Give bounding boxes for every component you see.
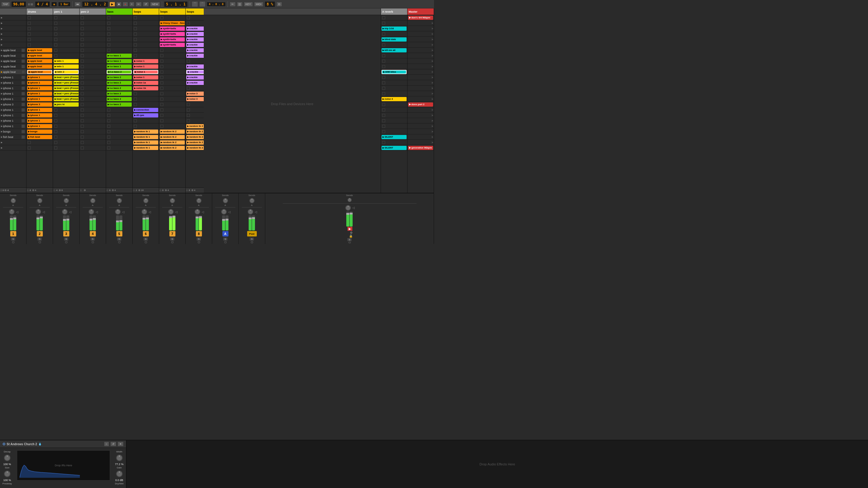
clip-slot[interactable]: ▶noise 1 <box>133 64 159 69</box>
solo-button[interactable]: S <box>144 237 148 241</box>
channel-dot[interactable] <box>251 241 253 243</box>
clip-slot[interactable] <box>186 21 204 26</box>
master-clip-slot[interactable]: ▶dons part 2 <box>407 102 434 107</box>
clip-play-icon[interactable]: ▶ <box>134 141 135 144</box>
clip-play-icon[interactable]: ▶ <box>107 60 109 62</box>
clip-play-icon[interactable]: ▶ <box>187 65 189 68</box>
clip-slot[interactable] <box>381 15 407 21</box>
clip-slot[interactable] <box>80 86 106 91</box>
back-button[interactable]: ⏮ <box>74 2 81 7</box>
master-clip-slot[interactable]: > <box>407 42 434 47</box>
clip-slot[interactable]: ▶noise 3 <box>186 91 204 96</box>
clip-slot[interactable] <box>106 26 132 31</box>
clip-slot[interactable]: ▶random tk 1 <box>133 129 159 134</box>
master-clip-slot[interactable]: > <box>407 140 434 145</box>
clip-play-icon[interactable]: ▶ <box>55 93 56 95</box>
sends-knob[interactable] <box>10 197 17 204</box>
clip-play-icon[interactable]: ▶ <box>161 147 162 149</box>
clip-play-icon[interactable]: ▶ <box>383 71 384 73</box>
master-dot[interactable] <box>348 241 351 243</box>
channel-tri-btn[interactable]: ◁ <box>255 210 257 214</box>
fader-0[interactable] <box>249 216 252 230</box>
clip-slot[interactable] <box>381 75 407 80</box>
clip-play-icon[interactable]: ▶ <box>28 130 30 133</box>
clip-slot[interactable] <box>27 15 53 21</box>
track-play-icon[interactable]: ▶ <box>1 136 2 138</box>
clip-slot[interactable]: ▶beat + perc (Freeze) <box>53 75 79 80</box>
master-clip-slot[interactable]: > <box>407 129 434 134</box>
clip-slot[interactable] <box>80 124 106 129</box>
master-clip-slot[interactable]: ▶generative 96bpm <box>407 145 434 151</box>
clip-play-icon[interactable]: ▶ <box>28 136 30 138</box>
fader-thumb[interactable] <box>249 218 252 219</box>
clip-slot[interactable] <box>133 42 159 47</box>
fader-0[interactable] <box>90 216 93 230</box>
fader-thumb[interactable] <box>169 216 172 218</box>
solo-button[interactable]: S <box>196 237 201 241</box>
clip-slot[interactable] <box>159 86 185 91</box>
clip-play-icon[interactable]: ▶ <box>28 49 30 52</box>
clip-play-icon[interactable]: ▶ <box>382 38 384 41</box>
sends-knob[interactable] <box>63 197 70 204</box>
clip-slot[interactable] <box>80 75 106 80</box>
clip-play-icon[interactable]: ▶ <box>107 93 109 95</box>
fader-1[interactable] <box>119 216 122 230</box>
clip-slot[interactable] <box>80 15 106 21</box>
clip-slot[interactable]: ▶t-o bass 2 <box>106 69 132 75</box>
clip-slot[interactable]: ▶latin 1 <box>53 59 79 64</box>
clip-slot[interactable] <box>186 118 204 124</box>
clip-play-icon[interactable]: ▶ <box>161 130 162 133</box>
track-play-icon[interactable]: ▶ <box>1 65 2 68</box>
clip-slot[interactable]: ▶iphone 1 <box>27 91 53 96</box>
clip-slot[interactable] <box>53 129 79 134</box>
sends-knob[interactable] <box>116 197 123 204</box>
clip-slot[interactable] <box>159 113 185 118</box>
clip-slot[interactable]: ▶perc hi <box>53 102 79 107</box>
clip-play-icon[interactable]: ▶ <box>107 103 109 106</box>
channel-dot[interactable] <box>224 241 227 243</box>
clip-slot[interactable] <box>186 15 204 21</box>
channel-tri-btn[interactable]: ◁ <box>228 210 230 214</box>
fader-thumb[interactable] <box>36 218 39 219</box>
clip-play-icon[interactable]: ▶ <box>28 120 30 122</box>
clip-slot[interactable] <box>80 145 106 151</box>
clip-slot[interactable] <box>106 134 132 140</box>
clip-slot[interactable] <box>80 96 106 102</box>
clip-slot[interactable] <box>159 47 185 53</box>
channel-number[interactable]: 4 <box>90 231 96 236</box>
clip-play-icon[interactable]: ▶ <box>134 65 135 68</box>
clip-slot[interactable]: ▶45 rpm <box>133 113 159 118</box>
clip-slot[interactable]: ▶crackle <box>186 53 204 59</box>
fader-0[interactable] <box>143 216 146 230</box>
clip-slot[interactable] <box>159 96 185 102</box>
clip-play-icon[interactable]: ▶ <box>187 76 189 78</box>
record-button[interactable]: ● <box>123 2 128 7</box>
clip-slot[interactable]: ▶random tk 2 <box>159 140 185 145</box>
pos-main-display[interactable]: 5 . 1 . 1 <box>164 1 188 7</box>
track-sq-btn[interactable] <box>22 54 25 58</box>
clip-play-icon[interactable]: ▶ <box>187 33 189 35</box>
track-play-icon[interactable]: ▶ <box>1 125 2 127</box>
clip-slot[interactable]: ▶random tk 2 <box>186 124 204 129</box>
master-clip-slot[interactable]: > <box>407 47 434 53</box>
clip-slot[interactable] <box>133 102 159 107</box>
clip-slot[interactable]: ▶crackle <box>186 75 204 80</box>
clip-slot[interactable] <box>381 42 407 47</box>
master-lock[interactable]: 🔒 <box>349 234 352 238</box>
clip-slot[interactable]: ▶t-o bass 2 <box>106 80 132 86</box>
clip-slot[interactable]: ▶random tk 1 <box>133 134 159 140</box>
clip-slot[interactable]: ▶apple beat <box>27 64 53 69</box>
clip-slot[interactable]: ▶synth+bells <box>159 26 185 31</box>
clip-slot[interactable] <box>381 59 407 64</box>
clip-play-icon[interactable]: ▶ <box>134 147 135 149</box>
track-play-icon[interactable]: ▶ <box>1 71 2 73</box>
master-clip-slot[interactable]: > <box>407 124 434 129</box>
clip-slot[interactable] <box>159 118 185 124</box>
clip-slot[interactable]: ▶random tk 2 <box>186 145 204 151</box>
clip-slot[interactable] <box>80 47 106 53</box>
clip-play-icon[interactable]: ▶ <box>382 136 384 138</box>
fader-thumb[interactable] <box>93 218 96 220</box>
clip-slot[interactable]: ▶t-o bass 2 <box>106 86 132 91</box>
clip-play-icon[interactable]: ▶ <box>134 76 135 78</box>
clip-slot[interactable] <box>80 26 106 31</box>
